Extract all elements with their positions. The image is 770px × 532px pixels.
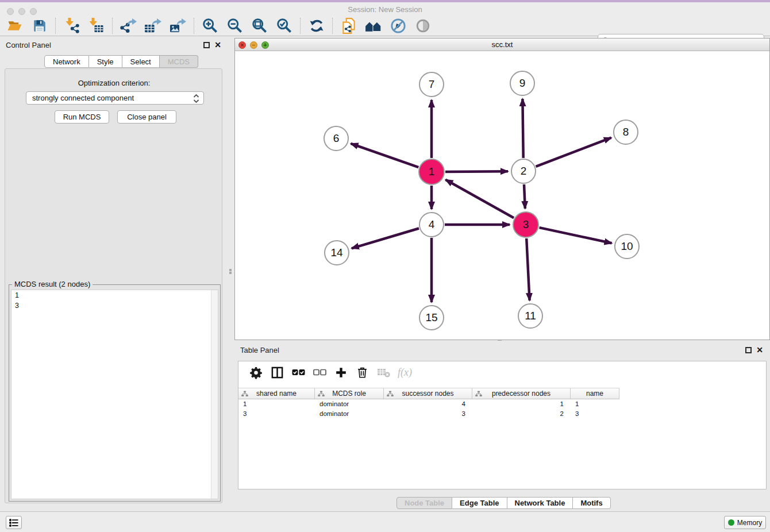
table-panel-header: Table Panel ✕ bbox=[234, 343, 770, 358]
open-file-icon[interactable] bbox=[2, 16, 27, 36]
export-image-icon[interactable] bbox=[165, 16, 190, 36]
table-cell[interactable]: 1 bbox=[238, 399, 315, 409]
close-panel-button[interactable]: Close panel bbox=[117, 110, 176, 124]
table-cell[interactable]: dominator bbox=[315, 409, 384, 419]
graph-node-8[interactable]: 8 bbox=[613, 119, 638, 145]
graph-edges-layer bbox=[235, 51, 769, 340]
graph-edge-2-9[interactable] bbox=[522, 99, 523, 158]
float-panel-icon[interactable] bbox=[203, 42, 210, 48]
show-columns-icon[interactable] bbox=[267, 363, 288, 381]
delete-table-icon bbox=[373, 363, 394, 381]
tab-network[interactable]: Network bbox=[44, 55, 89, 68]
column-header-predecessor-nodes[interactable]: predecessor nodes bbox=[472, 388, 571, 399]
optimization-criterion-select[interactable]: strongly connected component bbox=[26, 91, 204, 105]
zoom-selected-icon[interactable] bbox=[272, 16, 297, 36]
graph-edge-1-6[interactable] bbox=[351, 144, 419, 167]
graph-edge-3-10[interactable] bbox=[540, 228, 612, 243]
memory-label: Memory bbox=[737, 519, 762, 527]
graph-edge-2-8[interactable] bbox=[536, 138, 611, 167]
tab-node-table[interactable]: Node Table bbox=[396, 497, 452, 509]
graph-node-1[interactable]: 1 bbox=[418, 159, 445, 185]
graph-node-4[interactable]: 4 bbox=[419, 212, 444, 237]
mcds-result-item: 1 bbox=[11, 290, 218, 300]
table-settings-icon[interactable] bbox=[245, 363, 267, 381]
tab-style[interactable]: Style bbox=[89, 55, 122, 68]
table-cell[interactable]: 1 bbox=[571, 399, 619, 409]
graph-node-11[interactable]: 11 bbox=[518, 303, 543, 329]
column-header-MCDS-role[interactable]: MCDS role bbox=[315, 388, 384, 399]
mcds-result-legend: MCDS result (2 nodes) bbox=[12, 280, 93, 288]
table-cell[interactable]: 4 bbox=[384, 399, 472, 409]
deselect-all-icon[interactable] bbox=[309, 363, 330, 381]
tab-network-table[interactable]: Network Table bbox=[507, 497, 573, 509]
close-panel-icon[interactable]: ✕ bbox=[214, 40, 221, 49]
import-network-icon[interactable] bbox=[59, 16, 84, 36]
table-cell[interactable]: 2 bbox=[472, 409, 571, 419]
mcds-result-list[interactable]: 13 bbox=[11, 290, 218, 499]
save-session-icon[interactable] bbox=[27, 16, 52, 36]
column-label: shared name bbox=[256, 390, 297, 398]
table-cell[interactable]: dominator bbox=[315, 399, 384, 409]
org-chart-icon bbox=[387, 391, 394, 399]
table-cell[interactable]: 3 bbox=[571, 409, 619, 419]
column-label: MCDS role bbox=[332, 390, 366, 398]
graph-edge-2-3[interactable] bbox=[524, 184, 525, 209]
application-window: Session: New Session Control Panel ✕ Net… bbox=[0, 0, 770, 532]
graph-node-14[interactable]: 14 bbox=[324, 240, 349, 265]
add-column-icon[interactable] bbox=[330, 363, 352, 381]
column-header-successor-nodes[interactable]: successor nodes bbox=[384, 388, 472, 399]
delete-column-icon[interactable] bbox=[352, 363, 373, 381]
graph-node-2[interactable]: 2 bbox=[511, 159, 536, 184]
graph-edge-3-11[interactable] bbox=[526, 238, 529, 300]
tab-select[interactable]: Select bbox=[122, 55, 160, 68]
main-toolbar bbox=[0, 16, 770, 36]
table-cell[interactable]: 3 bbox=[384, 409, 472, 419]
memory-status-dot bbox=[728, 519, 734, 526]
toolbar-separator bbox=[55, 18, 56, 34]
vertical-splitter-handle[interactable] bbox=[229, 268, 232, 276]
graph-edge-3-1[interactable] bbox=[445, 180, 514, 218]
table-close-icon[interactable]: ✕ bbox=[756, 345, 763, 354]
column-header-shared-name[interactable]: shared name bbox=[238, 388, 315, 399]
clone-network-icon[interactable] bbox=[336, 16, 361, 36]
birds-eye-view-icon[interactable] bbox=[410, 16, 435, 36]
table-cell[interactable]: 3 bbox=[238, 409, 315, 419]
graph-node-7[interactable]: 7 bbox=[419, 72, 444, 97]
graph-edge-4-14[interactable] bbox=[352, 229, 419, 249]
houses-icon[interactable] bbox=[361, 16, 386, 36]
run-mcds-button[interactable]: Run MCDS bbox=[55, 110, 109, 124]
column-label: predecessor nodes bbox=[492, 390, 550, 398]
toggle-graphics-details-icon[interactable] bbox=[386, 16, 410, 36]
tab-edge-table[interactable]: Edge Table bbox=[452, 497, 507, 509]
tab-mcds[interactable]: MCDS bbox=[160, 55, 198, 68]
network-canvas[interactable]: 7968124314101511 bbox=[235, 51, 769, 340]
memory-button[interactable]: Memory bbox=[724, 516, 766, 529]
zoom-in-icon[interactable] bbox=[198, 16, 222, 36]
import-table-icon[interactable] bbox=[84, 16, 109, 36]
result-scrollbar[interactable] bbox=[211, 290, 218, 499]
toolbar-separator bbox=[112, 18, 113, 34]
table-float-icon[interactable] bbox=[745, 347, 752, 353]
zoom-out-icon[interactable] bbox=[222, 16, 247, 36]
task-history-button[interactable] bbox=[6, 516, 22, 529]
zoom-fit-icon[interactable] bbox=[247, 16, 272, 36]
select-all-icon[interactable] bbox=[288, 363, 309, 381]
tab-motifs[interactable]: Motifs bbox=[573, 497, 610, 509]
graph-node-10[interactable]: 10 bbox=[614, 234, 640, 259]
refresh-layout-icon[interactable] bbox=[304, 16, 329, 36]
graph-node-6[interactable]: 6 bbox=[324, 126, 349, 151]
graph-node-15[interactable]: 15 bbox=[419, 305, 444, 330]
column-header-name[interactable]: name bbox=[571, 388, 619, 399]
control-panel-tabs: NetworkStyleSelectMCDS bbox=[44, 55, 198, 68]
table-row[interactable]: 3dominator323 bbox=[238, 409, 619, 419]
table-row[interactable]: 1dominator411 bbox=[238, 399, 619, 409]
export-table-icon[interactable] bbox=[141, 16, 165, 36]
graph-node-9[interactable]: 9 bbox=[510, 71, 535, 96]
table-cell[interactable]: 1 bbox=[472, 399, 571, 409]
network-window-titlebar[interactable]: × − + scc.txt bbox=[235, 38, 769, 51]
network-title: scc.txt bbox=[235, 40, 769, 49]
graph-edge-1-2[interactable] bbox=[445, 171, 508, 172]
graph-node-3[interactable]: 3 bbox=[513, 211, 539, 238]
column-label: successor nodes bbox=[402, 390, 453, 398]
export-network-icon[interactable] bbox=[116, 16, 141, 36]
